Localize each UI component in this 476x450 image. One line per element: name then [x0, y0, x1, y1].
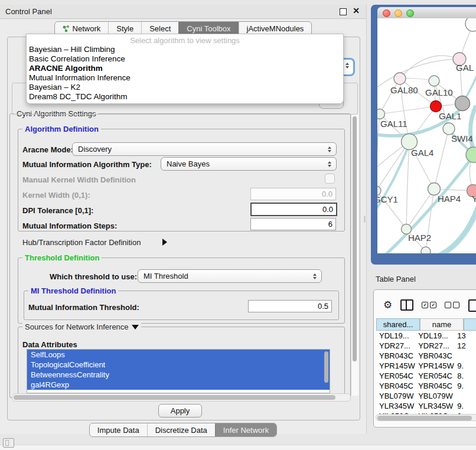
apply-button[interactable]: Apply	[158, 404, 202, 418]
scrollbar-thumb[interactable]	[353, 116, 357, 361]
which-threshold-combobox[interactable]: MI Threshold	[138, 269, 322, 283]
cell[interactable]: 9.	[454, 401, 476, 411]
zoom-traffic-light-icon[interactable]	[406, 9, 414, 17]
cell[interactable]: YDL19...	[376, 331, 415, 341]
cell[interactable]: YPR145W	[376, 361, 415, 371]
data-attributes-list[interactable]: SelfLoops TopologicalCoefficient Between…	[27, 349, 330, 393]
tab-impute-data[interactable]: Impute Data	[90, 423, 147, 436]
collapse-arrow-icon[interactable]	[132, 325, 139, 330]
cell[interactable]: 13	[454, 331, 476, 341]
table-row[interactable]: YDR27... YDR27... 12	[376, 341, 476, 351]
cell[interactable]: 9.	[454, 361, 476, 371]
tab-discretize-data[interactable]: Discretize Data	[147, 423, 215, 436]
cell[interactable]: 12	[454, 341, 476, 351]
close-icon[interactable]: ✕	[353, 6, 360, 15]
docked-panel-icon[interactable]	[3, 438, 14, 448]
cell[interactable]: YDR27...	[415, 341, 454, 351]
network-node-gal11[interactable]	[377, 109, 385, 119]
network-node[interactable]	[421, 247, 431, 253]
tab-select-label: Select	[149, 24, 171, 33]
column-header-shared-name[interactable]: shared...	[376, 318, 420, 331]
settings-horizontal-scrollbar[interactable]	[12, 393, 351, 402]
dropdown-item-selected[interactable]: ARACNE Algorithm	[29, 64, 131, 73]
cell[interactable]: YLR345W	[415, 401, 454, 411]
table-toolbar: ⚙ ✓✓	[374, 295, 476, 315]
list-item[interactable]: BetweennessCentrality	[27, 370, 330, 380]
network-view-window[interactable]: GAL GAL80 GAL10 GAL1 GAL11 SWI4 GAL4 GCY…	[371, 5, 476, 265]
mi-algorithm-type-combobox[interactable]: Naive Bayes	[161, 157, 337, 171]
mi-steps-input[interactable]: 6	[250, 218, 336, 230]
cell[interactable]: YBL079W	[376, 391, 415, 401]
list-scrollbar-thumb[interactable]	[324, 351, 328, 383]
dpi-tolerance-input[interactable]: 0.0	[250, 203, 337, 216]
dropdown-item[interactable]: Bayesian – K2	[29, 83, 131, 92]
scrollbar-thumb[interactable]	[14, 395, 335, 400]
network-node-gal1[interactable]	[431, 101, 442, 112]
table-row[interactable]: YLR345W YLR345W 9.	[376, 401, 476, 411]
dropdown-item[interactable]: Dream8 DC_TDC Algorithm	[29, 92, 131, 102]
table-row[interactable]: YER054C YER054C 8.	[376, 371, 476, 381]
list-item[interactable]: TopologicalCoefficient	[27, 360, 330, 370]
cell[interactable]: YBR045C	[376, 381, 415, 391]
list-item[interactable]: SelfLoops	[27, 350, 330, 360]
table-header-row: shared... name	[376, 318, 476, 331]
node-label: HAP2	[408, 233, 431, 243]
tab-network-label: Network	[73, 24, 101, 33]
table-row[interactable]: YDL19... YDL19... 13	[376, 331, 476, 341]
columns-icon[interactable]	[400, 299, 413, 311]
minimize-traffic-light-icon[interactable]	[395, 9, 402, 17]
float-panel-icon[interactable]	[340, 8, 347, 15]
select-all-icon[interactable]: ✓✓	[422, 302, 436, 308]
export-table-icon[interactable]	[468, 299, 476, 312]
cell[interactable]: YPR145W	[415, 361, 454, 371]
network-node-swi4[interactable]	[443, 123, 455, 135]
table-row[interactable]: YBR045C YBR045C 9.	[376, 381, 476, 391]
deselect-all-icon[interactable]	[445, 302, 459, 308]
cell[interactable]: 8.	[454, 371, 476, 381]
cell[interactable]: YDR27...	[376, 341, 415, 351]
node-label: Y	[472, 194, 476, 204]
cell[interactable]: YBL079W	[415, 391, 454, 401]
list-item[interactable]: gal4RGexp	[27, 380, 330, 390]
network-window-titlebar[interactable]	[377, 7, 476, 19]
kernel-width-input[interactable]: 0.0	[250, 188, 336, 200]
cell[interactable]: 9.	[454, 381, 476, 391]
tab-infer-network[interactable]: Infer Network	[215, 423, 276, 436]
combo-stepper-icon	[325, 161, 334, 167]
cell[interactable]: YLR345W	[376, 401, 415, 411]
network-node[interactable]	[455, 96, 470, 111]
status-strip	[0, 445, 476, 450]
network-node[interactable]	[465, 18, 476, 31]
dropdown-placeholder: Select algorithm to view settings	[27, 36, 343, 45]
gear-icon[interactable]: ⚙	[383, 300, 392, 310]
cell[interactable]: YER054C	[415, 371, 454, 381]
dropdown-item[interactable]: Bayesian – Hill Climbing	[29, 45, 131, 54]
cell[interactable]: YBR043C	[376, 351, 415, 361]
settings-vertical-scrollbar[interactable]	[351, 115, 358, 396]
network-node-gal10[interactable]	[429, 76, 439, 86]
cell[interactable]: YDL19...	[415, 331, 454, 341]
table-row[interactable]: YPR145W YPR145W 9.	[376, 361, 476, 371]
column-header-name[interactable]: name	[420, 318, 464, 331]
network-node-gal80[interactable]	[394, 73, 406, 84]
mi-threshold-input[interactable]: 0.5	[248, 300, 332, 312]
table-horizontal-scrollbar[interactable]	[376, 414, 476, 421]
aracne-mode-combobox[interactable]: Discovery	[72, 142, 337, 156]
table-row[interactable]: YBL079W YBL079W	[376, 391, 476, 401]
cell[interactable]: YBR045C	[415, 381, 454, 391]
cell[interactable]: YBR043C	[415, 351, 454, 361]
dropdown-item[interactable]: Mutual Information Inference	[29, 73, 131, 83]
cyni-bottom-tabbar: Impute Data Discretize Data Infer Networ…	[0, 423, 366, 437]
cell[interactable]	[454, 391, 476, 401]
manual-kernel-width-checkbox[interactable]	[325, 174, 335, 184]
table-row[interactable]: YBR043C YBR043C	[376, 351, 476, 361]
column-header-clipped[interactable]	[464, 318, 476, 331]
network-canvas[interactable]: GAL GAL80 GAL10 GAL1 GAL11 SWI4 GAL4 GCY…	[377, 18, 476, 253]
close-traffic-light-icon[interactable]	[383, 9, 390, 17]
expand-arrow-icon[interactable]	[162, 239, 167, 246]
cell[interactable]: YER054C	[376, 371, 415, 381]
panel-divider-handle[interactable]	[364, 216, 366, 223]
scrollbar-thumb[interactable]	[377, 416, 472, 420]
dropdown-item[interactable]: Basic Correlation Inference	[29, 54, 131, 64]
cell[interactable]	[454, 351, 476, 361]
